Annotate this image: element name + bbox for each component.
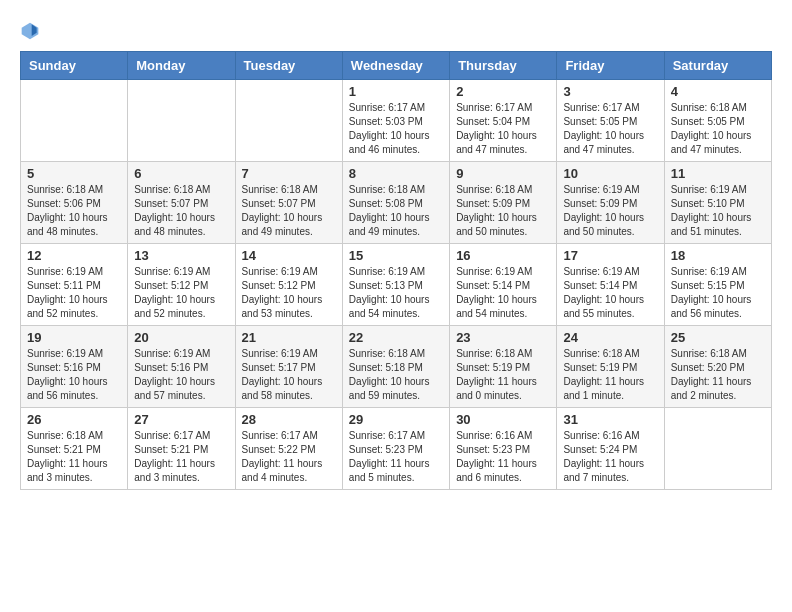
day-number: 8 (349, 166, 443, 181)
day-info: Sunrise: 6:16 AM Sunset: 5:23 PM Dayligh… (456, 429, 550, 485)
day-number: 3 (563, 84, 657, 99)
day-number: 30 (456, 412, 550, 427)
calendar-cell: 21Sunrise: 6:19 AM Sunset: 5:17 PM Dayli… (235, 326, 342, 408)
calendar-cell: 24Sunrise: 6:18 AM Sunset: 5:19 PM Dayli… (557, 326, 664, 408)
calendar-cell: 20Sunrise: 6:19 AM Sunset: 5:16 PM Dayli… (128, 326, 235, 408)
day-number: 1 (349, 84, 443, 99)
calendar-cell (664, 408, 771, 490)
day-info: Sunrise: 6:18 AM Sunset: 5:05 PM Dayligh… (671, 101, 765, 157)
calendar-cell: 1Sunrise: 6:17 AM Sunset: 5:03 PM Daylig… (342, 80, 449, 162)
day-of-week-header: Saturday (664, 52, 771, 80)
calendar-cell: 11Sunrise: 6:19 AM Sunset: 5:10 PM Dayli… (664, 162, 771, 244)
day-info: Sunrise: 6:17 AM Sunset: 5:04 PM Dayligh… (456, 101, 550, 157)
day-info: Sunrise: 6:19 AM Sunset: 5:16 PM Dayligh… (27, 347, 121, 403)
calendar-cell: 15Sunrise: 6:19 AM Sunset: 5:13 PM Dayli… (342, 244, 449, 326)
day-info: Sunrise: 6:17 AM Sunset: 5:05 PM Dayligh… (563, 101, 657, 157)
day-number: 12 (27, 248, 121, 263)
day-info: Sunrise: 6:17 AM Sunset: 5:21 PM Dayligh… (134, 429, 228, 485)
calendar-week-row: 1Sunrise: 6:17 AM Sunset: 5:03 PM Daylig… (21, 80, 772, 162)
day-info: Sunrise: 6:19 AM Sunset: 5:14 PM Dayligh… (456, 265, 550, 321)
day-number: 17 (563, 248, 657, 263)
day-info: Sunrise: 6:17 AM Sunset: 5:22 PM Dayligh… (242, 429, 336, 485)
day-info: Sunrise: 6:19 AM Sunset: 5:15 PM Dayligh… (671, 265, 765, 321)
day-number: 22 (349, 330, 443, 345)
day-of-week-header: Tuesday (235, 52, 342, 80)
calendar-cell: 5Sunrise: 6:18 AM Sunset: 5:06 PM Daylig… (21, 162, 128, 244)
day-of-week-header: Monday (128, 52, 235, 80)
calendar-cell: 10Sunrise: 6:19 AM Sunset: 5:09 PM Dayli… (557, 162, 664, 244)
calendar-cell: 8Sunrise: 6:18 AM Sunset: 5:08 PM Daylig… (342, 162, 449, 244)
calendar-cell: 17Sunrise: 6:19 AM Sunset: 5:14 PM Dayli… (557, 244, 664, 326)
day-info: Sunrise: 6:18 AM Sunset: 5:07 PM Dayligh… (242, 183, 336, 239)
calendar-week-row: 12Sunrise: 6:19 AM Sunset: 5:11 PM Dayli… (21, 244, 772, 326)
day-number: 19 (27, 330, 121, 345)
day-info: Sunrise: 6:18 AM Sunset: 5:20 PM Dayligh… (671, 347, 765, 403)
day-info: Sunrise: 6:18 AM Sunset: 5:21 PM Dayligh… (27, 429, 121, 485)
calendar-cell: 14Sunrise: 6:19 AM Sunset: 5:12 PM Dayli… (235, 244, 342, 326)
day-info: Sunrise: 6:18 AM Sunset: 5:18 PM Dayligh… (349, 347, 443, 403)
calendar-week-row: 26Sunrise: 6:18 AM Sunset: 5:21 PM Dayli… (21, 408, 772, 490)
day-number: 5 (27, 166, 121, 181)
day-of-week-header: Wednesday (342, 52, 449, 80)
logo (20, 20, 44, 41)
day-info: Sunrise: 6:17 AM Sunset: 5:23 PM Dayligh… (349, 429, 443, 485)
day-info: Sunrise: 6:18 AM Sunset: 5:09 PM Dayligh… (456, 183, 550, 239)
day-info: Sunrise: 6:19 AM Sunset: 5:09 PM Dayligh… (563, 183, 657, 239)
calendar-cell: 12Sunrise: 6:19 AM Sunset: 5:11 PM Dayli… (21, 244, 128, 326)
day-number: 21 (242, 330, 336, 345)
calendar-cell: 26Sunrise: 6:18 AM Sunset: 5:21 PM Dayli… (21, 408, 128, 490)
day-info: Sunrise: 6:18 AM Sunset: 5:19 PM Dayligh… (456, 347, 550, 403)
day-number: 11 (671, 166, 765, 181)
calendar-table: SundayMondayTuesdayWednesdayThursdayFrid… (20, 51, 772, 490)
day-number: 15 (349, 248, 443, 263)
day-number: 25 (671, 330, 765, 345)
calendar-cell (21, 80, 128, 162)
calendar-cell: 18Sunrise: 6:19 AM Sunset: 5:15 PM Dayli… (664, 244, 771, 326)
day-number: 14 (242, 248, 336, 263)
day-number: 9 (456, 166, 550, 181)
calendar-cell: 30Sunrise: 6:16 AM Sunset: 5:23 PM Dayli… (450, 408, 557, 490)
day-number: 6 (134, 166, 228, 181)
calendar-cell: 16Sunrise: 6:19 AM Sunset: 5:14 PM Dayli… (450, 244, 557, 326)
calendar-cell: 4Sunrise: 6:18 AM Sunset: 5:05 PM Daylig… (664, 80, 771, 162)
calendar-week-row: 19Sunrise: 6:19 AM Sunset: 5:16 PM Dayli… (21, 326, 772, 408)
day-number: 26 (27, 412, 121, 427)
day-info: Sunrise: 6:18 AM Sunset: 5:19 PM Dayligh… (563, 347, 657, 403)
calendar-cell: 2Sunrise: 6:17 AM Sunset: 5:04 PM Daylig… (450, 80, 557, 162)
day-of-week-header: Friday (557, 52, 664, 80)
day-number: 27 (134, 412, 228, 427)
day-number: 13 (134, 248, 228, 263)
day-number: 4 (671, 84, 765, 99)
day-info: Sunrise: 6:19 AM Sunset: 5:12 PM Dayligh… (242, 265, 336, 321)
calendar-cell: 25Sunrise: 6:18 AM Sunset: 5:20 PM Dayli… (664, 326, 771, 408)
calendar-cell: 6Sunrise: 6:18 AM Sunset: 5:07 PM Daylig… (128, 162, 235, 244)
day-number: 28 (242, 412, 336, 427)
day-of-week-header: Thursday (450, 52, 557, 80)
day-info: Sunrise: 6:19 AM Sunset: 5:11 PM Dayligh… (27, 265, 121, 321)
calendar-cell: 3Sunrise: 6:17 AM Sunset: 5:05 PM Daylig… (557, 80, 664, 162)
day-number: 20 (134, 330, 228, 345)
calendar-cell: 29Sunrise: 6:17 AM Sunset: 5:23 PM Dayli… (342, 408, 449, 490)
day-number: 23 (456, 330, 550, 345)
page-header (20, 20, 772, 41)
day-number: 16 (456, 248, 550, 263)
day-info: Sunrise: 6:19 AM Sunset: 5:14 PM Dayligh… (563, 265, 657, 321)
logo-icon (20, 21, 40, 41)
day-of-week-header: Sunday (21, 52, 128, 80)
calendar-cell: 19Sunrise: 6:19 AM Sunset: 5:16 PM Dayli… (21, 326, 128, 408)
day-info: Sunrise: 6:18 AM Sunset: 5:08 PM Dayligh… (349, 183, 443, 239)
calendar-cell: 31Sunrise: 6:16 AM Sunset: 5:24 PM Dayli… (557, 408, 664, 490)
day-info: Sunrise: 6:16 AM Sunset: 5:24 PM Dayligh… (563, 429, 657, 485)
calendar-week-row: 5Sunrise: 6:18 AM Sunset: 5:06 PM Daylig… (21, 162, 772, 244)
day-number: 31 (563, 412, 657, 427)
day-number: 29 (349, 412, 443, 427)
day-number: 2 (456, 84, 550, 99)
day-info: Sunrise: 6:17 AM Sunset: 5:03 PM Dayligh… (349, 101, 443, 157)
day-number: 10 (563, 166, 657, 181)
calendar-cell: 22Sunrise: 6:18 AM Sunset: 5:18 PM Dayli… (342, 326, 449, 408)
day-info: Sunrise: 6:19 AM Sunset: 5:16 PM Dayligh… (134, 347, 228, 403)
calendar-cell (235, 80, 342, 162)
day-info: Sunrise: 6:18 AM Sunset: 5:07 PM Dayligh… (134, 183, 228, 239)
day-number: 7 (242, 166, 336, 181)
day-info: Sunrise: 6:19 AM Sunset: 5:13 PM Dayligh… (349, 265, 443, 321)
